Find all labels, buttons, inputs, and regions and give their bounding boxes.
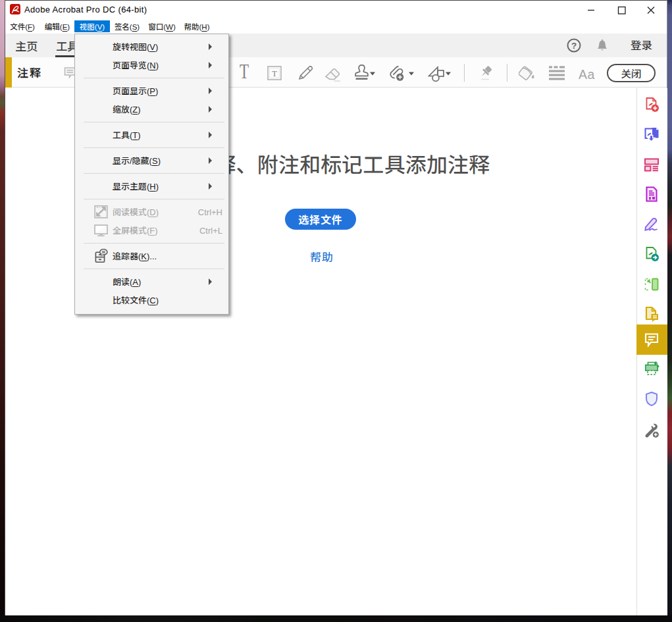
svg-text:?: ? [571,41,577,51]
svg-text:T: T [272,69,277,78]
